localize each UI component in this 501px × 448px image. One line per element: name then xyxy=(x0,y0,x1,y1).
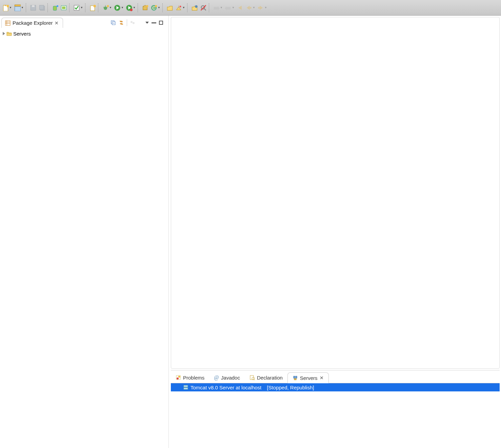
debug-button[interactable]: ▼ xyxy=(101,3,113,13)
svg-point-33 xyxy=(195,5,198,8)
forward-button[interactable]: ▼ xyxy=(257,3,268,13)
svg-text:C: C xyxy=(152,6,155,11)
android-avd-icon xyxy=(60,4,67,11)
toolbar-separator xyxy=(47,3,49,12)
minimize-icon[interactable] xyxy=(152,22,156,23)
view-menu-icon[interactable] xyxy=(145,22,149,24)
dropdown-arrow-icon[interactable]: ▼ xyxy=(232,3,235,13)
package-explorer-tree: Servers xyxy=(0,28,168,39)
svg-rect-39 xyxy=(226,7,231,9)
new-package-button[interactable] xyxy=(141,3,149,13)
workspace: Package Explorer ✕ xyxy=(0,16,501,448)
link-editor-icon[interactable] xyxy=(119,20,124,25)
servers-list: Tomcat v8.0 Server at localhost [Stopped… xyxy=(171,383,500,448)
search-button[interactable]: ▼ xyxy=(175,3,186,13)
dropdown-arrow-icon[interactable]: ▼ xyxy=(253,3,255,13)
save-all-icon xyxy=(39,4,45,11)
server-status: [Stopped, Republish] xyxy=(267,385,314,390)
svg-point-30 xyxy=(155,5,157,7)
package-explorer-tab[interactable]: Package Explorer ✕ xyxy=(1,18,63,28)
android-avd-button[interactable] xyxy=(60,3,68,13)
svg-line-18 xyxy=(103,7,104,8)
tree-item-servers[interactable]: Servers xyxy=(3,30,166,37)
run-button[interactable]: ▼ xyxy=(113,3,124,13)
back-short-icon xyxy=(237,4,243,11)
svg-rect-4 xyxy=(15,6,21,11)
save-single-icon xyxy=(30,4,37,11)
back-button[interactable]: ▼ xyxy=(245,3,256,13)
back-short-button[interactable] xyxy=(236,3,244,13)
tab-problems[interactable]: Problems xyxy=(171,372,209,383)
save-button[interactable]: ▼ xyxy=(13,3,24,13)
dropdown-arrow-icon[interactable]: ▼ xyxy=(21,3,24,13)
svg-point-25 xyxy=(130,8,133,11)
close-icon[interactable]: ✕ xyxy=(320,375,324,381)
nav2-icon xyxy=(225,4,232,11)
nav2-button[interactable]: ▼ xyxy=(224,3,235,13)
open-type-button[interactable] xyxy=(166,3,174,13)
svg-rect-62 xyxy=(296,376,297,378)
editor-area[interactable] xyxy=(171,17,500,369)
save-all-button[interactable] xyxy=(38,3,46,13)
expand-arrow-icon[interactable] xyxy=(3,32,5,35)
svg-line-60 xyxy=(254,380,255,380)
javadoc-icon: @ xyxy=(214,374,219,381)
svg-rect-6 xyxy=(32,5,35,7)
dropdown-arrow-icon[interactable]: ▼ xyxy=(133,3,136,13)
open-task-button[interactable] xyxy=(191,3,199,13)
svg-marker-42 xyxy=(247,5,250,10)
svg-rect-45 xyxy=(258,7,260,8)
dropdown-arrow-icon[interactable]: ▼ xyxy=(80,3,83,13)
svg-point-54 xyxy=(133,22,135,24)
svg-marker-38 xyxy=(218,6,220,11)
dropdown-arrow-icon[interactable]: ▼ xyxy=(158,3,160,13)
tab-declaration-label: Declaration xyxy=(257,375,283,381)
svg-rect-8 xyxy=(40,5,44,9)
svg-rect-63 xyxy=(294,379,296,380)
dropdown-arrow-icon[interactable]: ▼ xyxy=(121,3,124,13)
package-explorer-header: Package Explorer ✕ xyxy=(0,16,168,28)
server-row[interactable]: Tomcat v8.0 Server at localhost [Stopped… xyxy=(171,383,500,391)
svg-point-10 xyxy=(57,5,58,7)
save-single-button[interactable] xyxy=(29,3,37,13)
dropdown-arrow-icon[interactable]: ▼ xyxy=(264,3,267,13)
android-sdk-button[interactable] xyxy=(51,3,59,13)
tab-javadoc[interactable]: @ Javadoc xyxy=(209,372,245,383)
svg-point-16 xyxy=(104,6,107,10)
toolbar-separator xyxy=(187,3,189,12)
svg-rect-46 xyxy=(5,21,10,25)
run-last-button[interactable]: ▼ xyxy=(125,3,136,13)
svg-rect-26 xyxy=(143,6,147,10)
folder-icon xyxy=(6,31,12,36)
new-class-button[interactable]: C▼ xyxy=(150,3,161,13)
dropdown-arrow-icon[interactable]: ▼ xyxy=(9,3,12,13)
checkbox-button[interactable]: ▼ xyxy=(73,3,84,13)
collapse-all-icon[interactable] xyxy=(111,20,116,25)
new-server-button[interactable] xyxy=(88,3,97,13)
no-search-button[interactable] xyxy=(199,3,207,13)
run-last-icon xyxy=(126,4,133,11)
svg-marker-44 xyxy=(260,5,263,10)
dropdown-arrow-icon[interactable]: ▼ xyxy=(109,3,112,13)
tab-declaration[interactable]: Declaration xyxy=(245,372,287,383)
problems-icon xyxy=(176,375,181,380)
back-icon xyxy=(245,4,252,11)
server-name: Tomcat v8.0 Server at localhost xyxy=(191,385,261,390)
no-search-icon xyxy=(200,4,207,11)
dropdown-arrow-icon[interactable]: ▼ xyxy=(182,3,185,13)
nav-button[interactable]: ▼ xyxy=(212,3,223,13)
focus-task-icon[interactable] xyxy=(130,20,135,25)
svg-rect-3 xyxy=(15,5,21,6)
tab-servers[interactable]: Servers ✕ xyxy=(287,372,329,383)
new-button[interactable]: ▼ xyxy=(1,3,13,13)
right-pane: Problems @ Javadoc Declaration xyxy=(169,16,501,448)
close-icon[interactable]: ✕ xyxy=(55,20,59,26)
new-server-icon xyxy=(89,4,96,11)
svg-rect-12 xyxy=(62,6,65,9)
declaration-icon xyxy=(249,375,255,380)
open-type-icon xyxy=(166,4,173,11)
dropdown-arrow-icon[interactable]: ▼ xyxy=(220,3,223,13)
tab-javadoc-label: Javadoc xyxy=(221,375,240,381)
maximize-icon[interactable] xyxy=(159,21,163,25)
svg-rect-43 xyxy=(250,7,252,8)
